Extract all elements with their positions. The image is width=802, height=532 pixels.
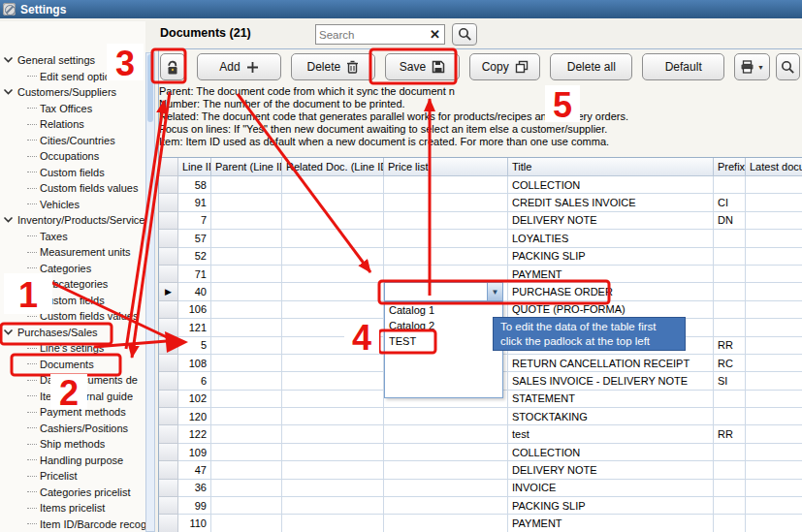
table-row-120[interactable]: 120STOCKTAKING <box>159 408 802 425</box>
row-header-cell <box>159 266 178 283</box>
delete-all-button[interactable]: Delete all <box>550 53 632 80</box>
sidebar-item-custom-fields[interactable]: Custom fields <box>0 293 145 309</box>
column-header-prefix[interactable]: Prefix <box>714 158 746 176</box>
cell-title: STATEMENT <box>508 391 714 408</box>
print-dropdown-arrow[interactable]: ▼ <box>757 64 764 71</box>
unlock-padlock-button[interactable] <box>160 53 185 80</box>
delete-button[interactable]: Delete <box>291 53 375 80</box>
column-header-related-doc-line-id[interactable]: Related Doc. (Line ID) <box>282 158 384 176</box>
table-row-58[interactable]: 58COLLECTION <box>159 176 802 194</box>
sidebar-item-vehicles[interactable]: Vehicles <box>0 197 145 213</box>
search-input[interactable] <box>316 29 426 41</box>
table-row-99[interactable]: 99PACKING SLIP <box>159 497 802 515</box>
column-header-price-list[interactable]: Price list <box>384 158 508 176</box>
table-row-109[interactable]: 109COLLECTION <box>159 444 802 461</box>
sidebar-item-taxes[interactable]: Taxes <box>0 229 145 245</box>
table-row-110[interactable]: 110PAYMENT <box>159 515 802 532</box>
table-row-57[interactable]: 57LOYALTIES <box>159 230 802 247</box>
sidebar-item-subcategories[interactable]: Subcategories <box>0 276 145 293</box>
title-bar: Settings <box>0 0 802 18</box>
cell-title: STOCKTAKING <box>508 408 714 425</box>
sidebar-item-edit-send-optio[interactable]: Edit send optio... <box>0 69 145 85</box>
cell-price-list <box>384 266 508 283</box>
sidebar-item-custom-fields-values[interactable]: Custom fields values <box>0 180 145 197</box>
sidebar-item-customers-suppliers[interactable]: Customers/Suppliers <box>0 84 145 101</box>
button-label: Default <box>665 60 702 74</box>
save-icon <box>432 60 445 74</box>
sidebar-item-categories-pricelist[interactable]: Categories pricelist <box>0 485 145 501</box>
sidebar-item-categories[interactable]: Categories <box>0 261 145 277</box>
cell-related-doc <box>282 266 384 283</box>
sidebar-item-ship-methods[interactable]: Ship methods <box>0 436 145 453</box>
add-button[interactable]: Add <box>197 53 281 80</box>
search-button[interactable] <box>452 23 477 46</box>
save-button[interactable]: Save <box>385 53 460 80</box>
row-header-cell <box>159 461 178 479</box>
sidebar-item-line-s-setings[interactable]: Line's setings <box>0 340 145 357</box>
settings-tree: General settingsEdit send optio...Custom… <box>0 52 145 532</box>
column-header-parent-line-id[interactable]: Parent (Line ID) <box>211 158 282 176</box>
dropdown-item-catalog-1[interactable]: Catalog 1 <box>385 302 502 318</box>
column-header-title[interactable]: Title <box>508 158 714 176</box>
sidebar-item-general-settings[interactable]: General settings <box>0 52 145 69</box>
cell-title: PAYMENT <box>508 266 714 283</box>
sidebar-item-documents[interactable]: Documents <box>0 357 145 373</box>
sidebar-item-custom-fields-values[interactable]: Custom fields values <box>0 308 145 325</box>
print-button[interactable]: ▼ <box>734 53 770 80</box>
row-header-cell <box>159 355 178 372</box>
help-line: Related: The document code that generate… <box>159 110 799 123</box>
row-header-cell <box>159 301 178 319</box>
clear-search-icon[interactable]: ✕ <box>426 27 444 42</box>
copy-icon <box>515 60 529 74</box>
sidebar-item-items-internal-guide[interactable]: Items internal guide <box>0 389 145 405</box>
sidebar-item-label: Cashiers/Positions <box>40 422 128 434</box>
cell-title: COLLECTION <box>508 444 714 461</box>
settings-tree-panel: General settingsEdit send optio...Custom… <box>0 21 145 532</box>
table-row-36[interactable]: 36INVOICE <box>159 480 802 497</box>
table-search-button[interactable] <box>776 53 800 80</box>
sidebar-scrollbar-thumb[interactable] <box>147 54 153 122</box>
copy-button[interactable]: Copy <box>469 53 540 80</box>
pricelist-combo-editor: ▼ <box>384 282 503 301</box>
table-row-47[interactable]: 47DELIVERY NOTE <box>159 461 802 479</box>
sidebar-item-occupations[interactable]: Occupations <box>0 148 145 165</box>
cell-latest-doc <box>746 480 802 497</box>
sidebar-item-items-pricelist[interactable]: Items pricelist <box>0 500 145 516</box>
sidebar-item-cities-countries[interactable]: Cities/Countries <box>0 133 145 149</box>
combo-dropdown-button[interactable]: ▼ <box>487 282 503 301</box>
cell-parent <box>211 444 282 461</box>
sidebar-item-item-id-barcode-recogni[interactable]: Item ID/Barcode recogni <box>0 516 145 532</box>
dropdown-item-test[interactable]: TEST <box>385 333 502 349</box>
cell-title: test <box>508 425 714 443</box>
sidebar-item-purchases-sales[interactable]: Purchases/Sales <box>0 325 145 341</box>
table-row-52[interactable]: 52PACKING SLIP <box>159 248 802 266</box>
dropdown-item-catalog-2[interactable]: Catalog 2 <box>385 318 502 333</box>
sidebar-item-custom-fields[interactable]: Custom fields <box>0 165 145 181</box>
sidebar-item-tax-offices[interactable]: Tax Offices <box>0 101 145 117</box>
sidebar-item-relations[interactable]: Relations <box>0 116 145 133</box>
table-row-91[interactable]: 91CREDIT SALES INVOICECI <box>159 194 802 211</box>
table-row-122[interactable]: 122testRR <box>159 425 802 443</box>
default-button[interactable]: Default <box>642 53 724 80</box>
sidebar-item-handling-purpose[interactable]: Handling purpose <box>0 453 145 469</box>
button-label: Add <box>219 60 240 74</box>
sidebar-item-inventory-products-service[interactable]: Inventory/Products/Service <box>0 212 145 229</box>
sidebar-item-label: Relations <box>40 118 84 130</box>
row-header-cell <box>159 497 178 515</box>
pricelist-editor-input[interactable] <box>384 282 487 301</box>
cell-price-list <box>384 176 508 194</box>
sidebar-item-payment-methods[interactable]: Payment methods <box>0 404 145 421</box>
sidebar-item-dates-documents-de[interactable]: Dates documents de <box>0 372 145 389</box>
column-header-latest-docu[interactable]: Latest docu <box>746 158 802 176</box>
column-header-line-id[interactable]: Line ID <box>178 158 211 176</box>
sidebar-item-cashiers-positions[interactable]: Cashiers/Positions <box>0 421 145 437</box>
table-row-7[interactable]: 7DELIVERY NOTEDN <box>159 212 802 230</box>
sidebar-item-pricelist[interactable]: Pricelist <box>0 468 145 485</box>
sidebar-item-measurement-units[interactable]: Measurement units <box>0 244 145 261</box>
row-header-cell <box>159 337 178 355</box>
sidebar-scrollbar[interactable] <box>145 52 155 532</box>
chevron-down-icon <box>3 88 14 96</box>
cell-latest-doc <box>746 248 802 266</box>
table-row-71[interactable]: 71PAYMENT <box>159 266 802 283</box>
cell-price-list <box>384 515 508 532</box>
